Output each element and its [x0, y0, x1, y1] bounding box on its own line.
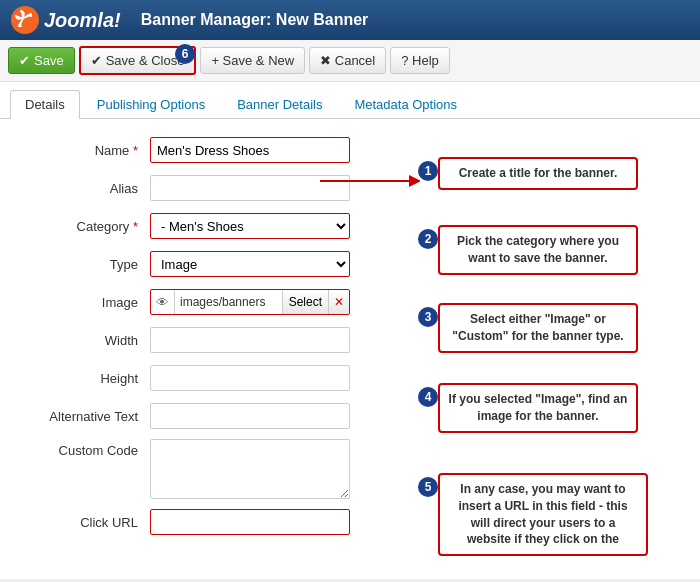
- image-field: 👁 images/banners Select ✕: [150, 289, 350, 315]
- page-wrapper: Joomla! Banner Manager: New Banner ✔ Sav…: [0, 0, 700, 579]
- svg-point-0: [11, 6, 39, 34]
- click-url-input[interactable]: [150, 509, 350, 535]
- callout-4-badge: 4: [418, 387, 438, 407]
- alt-text-label: Alternative Text: [20, 409, 150, 424]
- image-label: Image: [20, 295, 150, 310]
- callout-1-arrow: [320, 171, 420, 191]
- width-input[interactable]: [150, 327, 350, 353]
- tab-details[interactable]: Details: [10, 90, 80, 119]
- image-select-button[interactable]: Select: [282, 290, 328, 314]
- height-label: Height: [20, 371, 150, 386]
- cancel-button[interactable]: ✖ Cancel: [309, 47, 386, 74]
- name-input[interactable]: [150, 137, 350, 163]
- joomla-logo-icon: [10, 5, 40, 35]
- width-label: Width: [20, 333, 150, 348]
- name-label: Name *: [20, 143, 150, 158]
- save-button[interactable]: ✔ Save: [8, 47, 75, 74]
- tab-publishing[interactable]: Publishing Options: [82, 90, 220, 118]
- tab-banner-details[interactable]: Banner Details: [222, 90, 337, 118]
- save-close-icon: ✔: [91, 53, 102, 68]
- help-button[interactable]: ? Help: [390, 47, 450, 74]
- callout-4-text: If you selected "Image", find an image f…: [438, 383, 638, 433]
- custom-code-label: Custom Code: [20, 439, 150, 458]
- save-new-button[interactable]: + Save & New: [200, 47, 305, 74]
- alias-label: Alias: [20, 181, 150, 196]
- callout-2-badge: 2: [418, 229, 438, 249]
- save-icon: ✔: [19, 53, 30, 68]
- click-url-label: Click URL: [20, 515, 150, 530]
- page-title: Banner Manager: New Banner: [141, 11, 369, 29]
- category-label: Category *: [20, 219, 150, 234]
- main-content: Name * Alias Category * - Men's Shoes Ty…: [0, 119, 700, 579]
- callout-3-badge: 3: [418, 307, 438, 327]
- type-select[interactable]: Image Custom: [150, 251, 350, 277]
- logo: Joomla!: [10, 5, 121, 35]
- callout-5-text: In any case, you may want to insert a UR…: [438, 473, 648, 556]
- image-path-text: images/banners: [175, 295, 282, 309]
- category-select[interactable]: - Men's Shoes: [150, 213, 350, 239]
- image-clear-button[interactable]: ✕: [328, 290, 349, 314]
- tabs: Details Publishing Options Banner Detail…: [0, 82, 700, 119]
- callout-3-text: Select either "Image" or "Custom" for th…: [438, 303, 638, 353]
- height-input[interactable]: [150, 365, 350, 391]
- callout-1-text: Create a title for the banner.: [438, 157, 638, 190]
- badge-6: 6: [175, 44, 195, 64]
- callout-5-badge: 5: [418, 477, 438, 497]
- header: Joomla! Banner Manager: New Banner: [0, 0, 700, 40]
- callout-1-badge: 1: [418, 161, 438, 181]
- alt-text-input[interactable]: [150, 403, 350, 429]
- logo-text: Joomla!: [44, 9, 121, 32]
- tab-metadata[interactable]: Metadata Options: [339, 90, 472, 118]
- callout-2-text: Pick the category where you want to save…: [438, 225, 638, 275]
- image-preview-icon[interactable]: 👁: [151, 290, 175, 314]
- custom-code-textarea[interactable]: [150, 439, 350, 499]
- toolbar: ✔ Save 6 ✔ Save & Close + Save & New ✖ C…: [0, 40, 700, 82]
- type-label: Type: [20, 257, 150, 272]
